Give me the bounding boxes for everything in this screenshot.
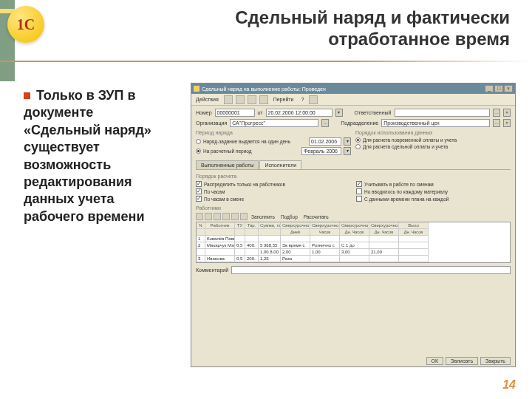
calc-button[interactable]: Рассчитать (301, 214, 331, 220)
org-label: Организация (196, 120, 227, 126)
go-menu[interactable]: Перейти (271, 96, 296, 103)
usage-radio-1[interactable] (355, 137, 361, 143)
usage-radio-1-label: Для расчета повременной оплаты и учета (363, 137, 457, 143)
row-sort-icon[interactable] (240, 213, 248, 220)
dept-label: Подразделение (341, 120, 378, 126)
col-worker[interactable]: Работник (205, 222, 235, 229)
period-range-input[interactable]: Февраль 2006 (301, 147, 341, 155)
title-underline (0, 61, 532, 62)
row-edit-icon[interactable] (214, 213, 221, 220)
usage-radio-2-label: Для расчета сдельной оплаты и учета (363, 144, 448, 149)
resp-picker-icon[interactable]: … (493, 109, 500, 117)
ok-button[interactable]: ОК (426, 357, 444, 365)
chk-1-label: Распределить только на работников (204, 182, 285, 187)
close-icon[interactable]: × (504, 85, 513, 92)
fill-button[interactable]: Заполнить (249, 214, 277, 220)
col-out[interactable]: Выхо (399, 222, 429, 229)
col-sv4[interactable]: Сверхурочно (369, 222, 399, 229)
new-icon[interactable] (224, 95, 233, 104)
window-title: Сдельный наряд на выполнение работы: Про… (202, 86, 485, 92)
dept-input[interactable]: Производственный цех (381, 119, 490, 127)
table-row[interactable]: 3Иванова0,5200..1,25Раза (197, 256, 510, 262)
chk-5-label: По часам в смене (204, 197, 244, 202)
toolbar: Действия Перейти ? (191, 94, 515, 106)
tab-performers[interactable]: Исполнители (259, 160, 301, 169)
doc-icon (194, 86, 200, 92)
page-number: 14 (502, 378, 516, 392)
period-radio-range[interactable] (196, 149, 201, 154)
number-label: Номер (196, 110, 212, 115)
resp-clear-icon[interactable]: × (503, 109, 511, 117)
table-row[interactable]: 2Макарчук Макс0,5400..5 368,55За время с… (197, 242, 510, 249)
chk-4[interactable] (356, 188, 362, 194)
row-down-icon[interactable] (231, 213, 239, 220)
maximize-icon[interactable]: □ (494, 85, 503, 92)
tab-works[interactable]: Выполненные работы (196, 160, 259, 169)
col-n[interactable]: N (197, 222, 205, 229)
resp-input[interactable] (395, 109, 491, 117)
col-sv2[interactable]: Сверхурочно (310, 222, 340, 229)
print-icon[interactable] (309, 95, 318, 104)
period-day-input[interactable]: 01.02.2006 (309, 137, 341, 146)
col-tu[interactable]: ТУ (235, 222, 245, 229)
employees-table: N Работник ТУ Тар. Сумма, тариф план Све… (196, 222, 511, 263)
org-input[interactable]: СА"Прогресс" (230, 119, 318, 127)
row-del-icon[interactable] (205, 213, 212, 220)
logo-1c: 1C (7, 6, 52, 50)
post-icon[interactable] (248, 95, 256, 104)
save-button[interactable]: Записать (446, 357, 478, 365)
chk-1[interactable] (196, 181, 202, 187)
slide-title: Сдельный наряд и фактически отработанное… (214, 7, 510, 50)
date-label: от (258, 110, 263, 115)
chk-2-label: Учитывать в работе по сменам (364, 182, 434, 187)
org-picker-icon[interactable]: … (321, 119, 329, 127)
select-button[interactable]: Подбор (279, 214, 300, 220)
comment-label: Комментарий (196, 267, 228, 273)
dept-picker-icon[interactable]: … (493, 119, 500, 127)
chk-2[interactable] (356, 181, 362, 187)
dept-clear-icon[interactable]: × (503, 119, 511, 127)
col-sv3[interactable]: Сверхурочно (340, 222, 369, 229)
chk-3-label: По часам (204, 189, 225, 194)
close-button[interactable]: Закрыть (480, 357, 511, 365)
calc-title: Порядок расчета (196, 174, 511, 179)
period-title: Период наряда (196, 130, 351, 135)
chk-6[interactable] (356, 196, 362, 202)
bullet-text: Только в ЗУП в документе «Сдельный наряд… (24, 87, 171, 225)
chk-3[interactable] (196, 188, 202, 194)
period-radio-day-label: Наряд-задание выдается на один день (203, 139, 290, 144)
row-add-icon[interactable] (196, 213, 203, 220)
date-input[interactable]: 20.02.2006 12:00:00 (266, 109, 332, 117)
period-day-picker-icon[interactable]: ▾ (344, 137, 351, 146)
app-window: Сдельный наряд на выполнение работы: Про… (191, 83, 516, 367)
minimize-icon[interactable]: _ (485, 85, 494, 92)
comment-input[interactable] (231, 266, 511, 274)
period-radio-day[interactable] (196, 139, 201, 144)
col-sum[interactable]: Сумма, тариф план (259, 222, 281, 229)
usage-radio-2[interactable] (355, 144, 361, 149)
row-up-icon[interactable] (222, 213, 230, 220)
usage-title: Порядок использования данных (355, 130, 511, 135)
titlebar: Сдельный наряд на выполнение работы: Про… (191, 83, 515, 94)
date-picker-icon[interactable]: ▾ (335, 109, 343, 117)
col-sv1[interactable]: Сверхурочно (281, 222, 310, 229)
number-input[interactable]: 00000001 (215, 109, 255, 117)
emp-title: Работники (196, 205, 511, 211)
chk-4-label: Но вводилось по каждому материалу (364, 189, 448, 194)
help-button[interactable]: ? (299, 96, 306, 103)
copy-icon[interactable] (259, 95, 268, 104)
col-tar[interactable]: Тар. (245, 222, 259, 229)
resp-label: Ответственный (355, 110, 392, 115)
chk-5[interactable] (196, 196, 202, 202)
actions-menu[interactable]: Действия (194, 96, 221, 103)
table-row[interactable]: 1Ковалёв Павел Ив. (197, 236, 510, 242)
save-icon[interactable] (236, 95, 245, 104)
period-radio-range-label: На расчетный период (203, 149, 252, 154)
table-row[interactable]: 1,00 8,002,001,003,0021,00 (197, 249, 510, 256)
chk-6-label: С данными времени плана на каждой (364, 197, 449, 202)
period-range-picker-icon[interactable]: ▾ (344, 147, 351, 155)
